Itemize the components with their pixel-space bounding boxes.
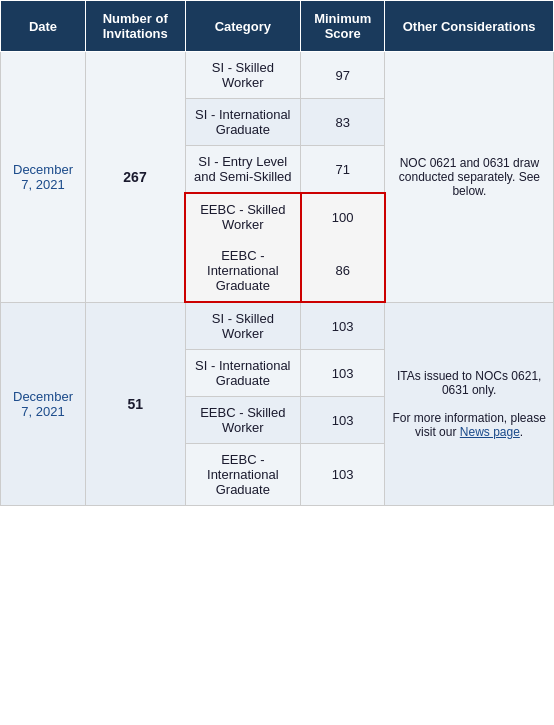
category-cell: EEBC - International Graduate (185, 240, 301, 302)
other-considerations-cell: NOC 0621 and 0631 draw conducted separat… (385, 52, 554, 303)
category-cell: EEBC - Skilled Worker (185, 193, 301, 240)
score-cell: 71 (301, 146, 385, 194)
header-invitations: Number of Invitations (85, 1, 185, 52)
news-page-link[interactable]: News page (460, 425, 520, 439)
category-cell: SI - Skilled Worker (185, 52, 301, 99)
invitations-cell: 51 (85, 302, 185, 506)
other-considerations-cell: ITAs issued to NOCs 0621, 0631 only.For … (385, 302, 554, 506)
category-cell: EEBC - International Graduate (185, 444, 301, 506)
score-cell: 103 (301, 350, 385, 397)
category-cell: SI - International Graduate (185, 99, 301, 146)
score-cell: 97 (301, 52, 385, 99)
score-cell: 103 (301, 397, 385, 444)
date-cell: December 7, 2021 (1, 52, 86, 303)
score-cell: 103 (301, 444, 385, 506)
score-cell: 100 (301, 193, 385, 240)
category-cell: SI - Entry Level and Semi-Skilled (185, 146, 301, 194)
table-row: December 7, 202151SI - Skilled Worker103… (1, 302, 554, 350)
date-cell: December 7, 2021 (1, 302, 86, 506)
header-other: Other Considerations (385, 1, 554, 52)
category-cell: SI - Skilled Worker (185, 302, 301, 350)
main-table-wrapper: Date Number of Invitations Category Mini… (0, 0, 554, 506)
score-cell: 86 (301, 240, 385, 302)
invitations-cell: 267 (85, 52, 185, 303)
header-score: Minimum Score (301, 1, 385, 52)
header-date: Date (1, 1, 86, 52)
score-cell: 103 (301, 302, 385, 350)
category-cell: EEBC - Skilled Worker (185, 397, 301, 444)
header-category: Category (185, 1, 301, 52)
score-cell: 83 (301, 99, 385, 146)
table-row: December 7, 2021267SI - Skilled Worker97… (1, 52, 554, 99)
invitations-table: Date Number of Invitations Category Mini… (0, 0, 554, 506)
category-cell: SI - International Graduate (185, 350, 301, 397)
